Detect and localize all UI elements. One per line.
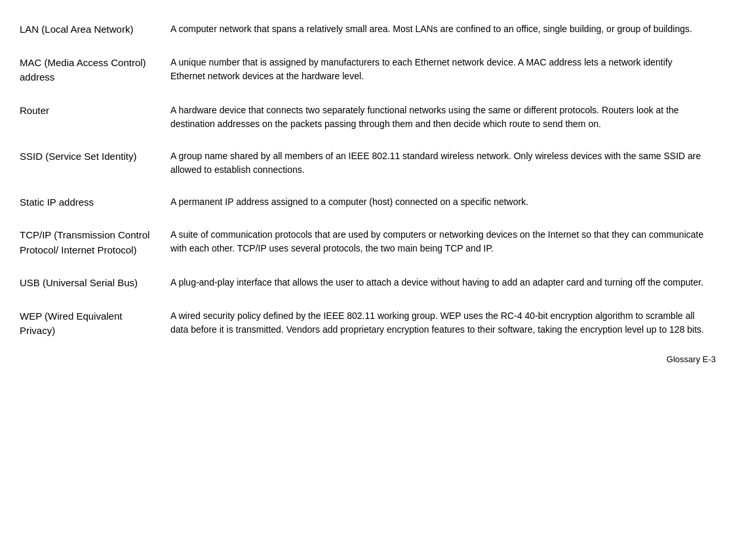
glossary-definition: A suite of communication protocols that … <box>164 219 716 267</box>
glossary-definition: A wired security policy defined by the I… <box>164 300 716 348</box>
glossary-row: USB (Universal Serial Bus)A plug-and-pla… <box>13 267 716 300</box>
glossary-term: SSID (Service Set Identity) <box>13 140 164 186</box>
glossary-term: MAC (Media Access Control) address <box>13 47 164 94</box>
glossary-term: USB (Universal Serial Bus) <box>13 267 164 300</box>
glossary-row: Static IP addressA permanent IP address … <box>13 186 716 219</box>
glossary-term: Router <box>13 94 164 140</box>
glossary-row: MAC (Media Access Control) addressA uniq… <box>13 47 716 94</box>
glossary-definition: A permanent IP address assigned to a com… <box>164 186 716 219</box>
glossary-definition: A plug-and-play interface that allows th… <box>164 267 716 300</box>
glossary-term: TCP/IP (Transmission Control Protocol/ I… <box>13 219 164 267</box>
glossary-row: TCP/IP (Transmission Control Protocol/ I… <box>13 219 716 267</box>
glossary-row: WEP (Wired Equivalent Privacy)A wired se… <box>13 300 716 348</box>
glossary-definition: A hardware device that connects two sepa… <box>164 94 716 140</box>
glossary-definition: A computer network that spans a relative… <box>164 13 716 47</box>
glossary-definition: A group name shared by all members of an… <box>164 140 716 186</box>
glossary-row: SSID (Service Set Identity)A group name … <box>13 140 716 186</box>
glossary-row: RouterA hardware device that connects tw… <box>13 94 716 140</box>
glossary-footer: Glossary E-3 <box>13 354 716 364</box>
glossary-definition: A unique number that is assigned by manu… <box>164 47 716 94</box>
glossary-table: LAN (Local Area Network)A computer netwo… <box>13 13 716 348</box>
glossary-term: Static IP address <box>13 186 164 219</box>
glossary-term: WEP (Wired Equivalent Privacy) <box>13 300 164 348</box>
glossary-term: LAN (Local Area Network) <box>13 13 164 47</box>
glossary-row: LAN (Local Area Network)A computer netwo… <box>13 13 716 47</box>
